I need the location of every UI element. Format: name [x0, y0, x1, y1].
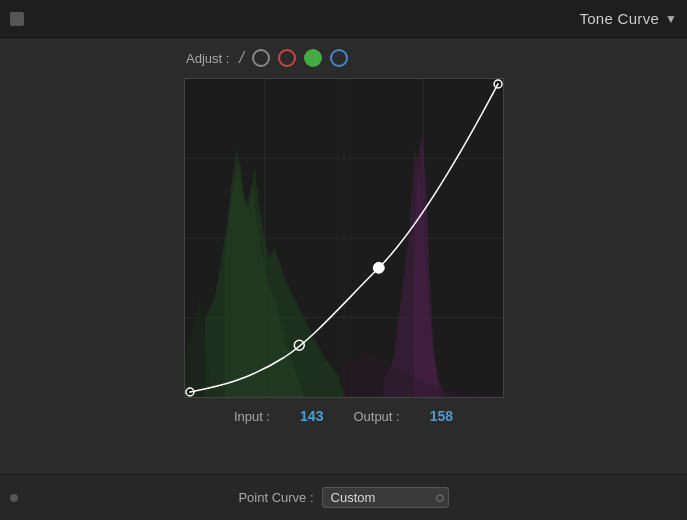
output-value: 158 — [430, 408, 453, 424]
point-curve-select-wrapper[interactable]: Linear Medium Contrast Strong Contrast C… — [322, 487, 449, 508]
channel-blue-icon[interactable] — [330, 49, 348, 67]
adjust-label: Adjust : — [186, 51, 229, 66]
point-curve-label: Point Curve : — [238, 490, 313, 505]
panel-header: Tone Curve ▼ — [0, 0, 687, 38]
panel-title: Tone Curve — [579, 10, 659, 27]
footer-bar: Point Curve : Linear Medium Contrast Str… — [0, 474, 687, 520]
input-label: Input : — [234, 409, 270, 424]
panel-arrow[interactable]: ▼ — [665, 12, 677, 26]
curve-area[interactable] — [184, 78, 504, 398]
header-left — [10, 12, 24, 26]
curve-tool-icon[interactable]: / — [239, 48, 244, 68]
curve-point-mid[interactable] — [373, 262, 384, 273]
output-label: Output : — [353, 409, 399, 424]
point-curve-select[interactable]: Linear Medium Contrast Strong Contrast C… — [322, 487, 449, 508]
panel-icon — [10, 12, 24, 26]
tone-curve-svg[interactable] — [185, 79, 503, 397]
adjust-icons: / — [239, 48, 348, 68]
channel-red-icon[interactable] — [278, 49, 296, 67]
expand-dot — [10, 494, 18, 502]
input-value: 143 — [300, 408, 323, 424]
io-row: Input : 143 Output : 158 — [16, 408, 671, 424]
channel-all-icon[interactable] — [252, 49, 270, 67]
main-content: Adjust : / — [0, 38, 687, 432]
adjust-row: Adjust : / — [16, 48, 671, 68]
channel-green-icon[interactable] — [304, 49, 322, 67]
